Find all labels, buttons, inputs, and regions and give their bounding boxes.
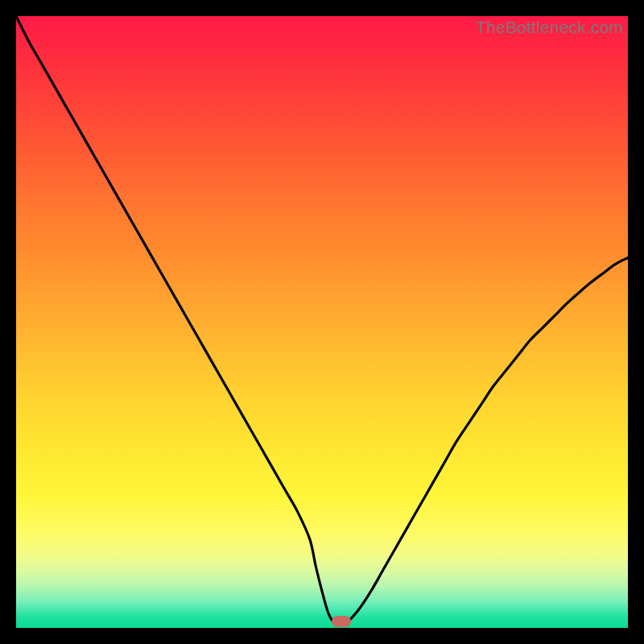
plot-area: TheBottleneck.com [16, 16, 628, 628]
chart-frame: TheBottleneck.com [0, 0, 644, 644]
bottleneck-curve [16, 16, 628, 628]
watermark: TheBottleneck.com [476, 18, 623, 37]
optimum-marker [332, 616, 351, 627]
